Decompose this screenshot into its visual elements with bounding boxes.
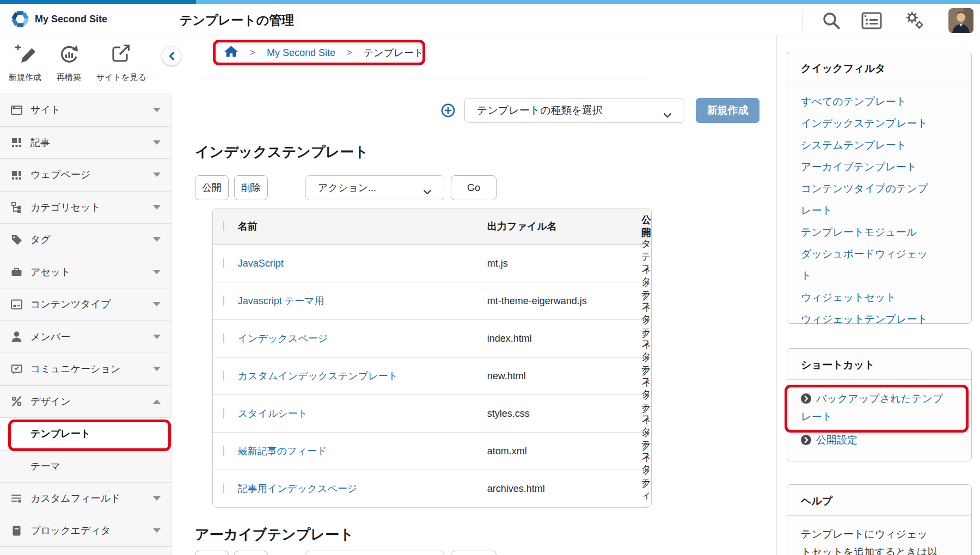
user-avatar[interactable] xyxy=(948,8,973,33)
publish-button[interactable]: 公開 xyxy=(195,175,229,200)
create-new-template-button[interactable]: 新規作成 xyxy=(696,98,759,123)
backup-templates-label: バックアップされたテンプレート xyxy=(801,393,943,422)
sidebar-item-content-types[interactable]: コンテンツタイプ xyxy=(0,288,171,320)
breadcrumb-divider xyxy=(196,78,652,78)
row-checkbox[interactable] xyxy=(223,333,224,343)
sidebar-item-block-editor[interactable]: ブロックエディタ xyxy=(0,515,171,547)
action-select-value: アクション... xyxy=(318,181,376,194)
table-row: スタイルシート styles.css スタティック xyxy=(213,394,651,432)
publish-settings-label: 公開設定 xyxy=(816,434,857,446)
row-checkbox[interactable] xyxy=(223,483,224,494)
breadcrumb-site-link[interactable]: My Second Site xyxy=(267,47,335,59)
home-icon[interactable] xyxy=(224,45,238,60)
backup-templates-link[interactable]: バックアップされたテンプレート xyxy=(801,391,947,425)
main-content: > My Second Site > テンプレート テンプレートの種類を選択 新… xyxy=(171,35,777,555)
toolbar-item-label: 新規作成 xyxy=(9,72,41,83)
table-row: インデックスページ index.html スタティック xyxy=(213,319,651,357)
page-title: テンプレートの管理 xyxy=(180,12,294,29)
add-template-plus-icon[interactable] xyxy=(438,101,458,120)
column-header-name: 名前 xyxy=(238,220,487,233)
chevron-down-icon xyxy=(153,335,161,339)
template-link[interactable]: カスタムインデックステンプレート xyxy=(238,369,487,383)
action-select[interactable]: アクション... xyxy=(305,551,444,555)
sidebar-item-label: テンプレート xyxy=(30,427,90,440)
person-icon xyxy=(10,330,23,343)
rebuild-button[interactable]: 再構築 xyxy=(57,43,81,94)
select-all-checkbox[interactable] xyxy=(223,221,224,231)
output-file: styles.css xyxy=(487,408,641,420)
row-checkbox[interactable] xyxy=(223,446,224,456)
index-actions-row: 公開 削除 アクション... Go xyxy=(195,175,685,200)
top-strip-dark xyxy=(0,0,196,4)
sidebar-item-entries[interactable]: 記事 xyxy=(0,126,171,159)
delete-button[interactable]: 削除 xyxy=(234,175,268,200)
action-select[interactable]: アクション... xyxy=(305,175,444,200)
table-row: JavaScript mt.js スタティック xyxy=(213,244,651,282)
sidebar-item-themes[interactable]: テーマ xyxy=(0,450,171,483)
breadcrumb-separator: > xyxy=(347,47,352,58)
archive-actions-row: 公開 削除 アクション... Go xyxy=(195,551,685,555)
breadcrumb-separator: > xyxy=(250,47,255,58)
create-new-button[interactable]: 新規作成 xyxy=(9,43,41,94)
help-text: テンプレートにウィジェットセットを追加するときは以下 xyxy=(801,525,938,555)
template-link[interactable]: インデックスページ xyxy=(238,332,487,345)
template-link[interactable]: 記事用インデックスページ xyxy=(238,482,487,495)
sidebar-item-members[interactable]: メンバー xyxy=(0,320,171,353)
sidebar-item-label: コンテンツタイプ xyxy=(30,298,111,311)
sidebar-item-category-sets[interactable]: カテゴリセット xyxy=(0,191,171,224)
rebuild-refresh-icon xyxy=(57,43,81,68)
template-link[interactable]: 最新記事のフィード xyxy=(238,445,487,458)
help-panel: ヘルプ テンプレートにウィジェットセットを追加するときは以下 xyxy=(787,484,972,555)
filter-system-templates[interactable]: システムテンプレート xyxy=(801,134,938,156)
chevron-down-icon xyxy=(153,237,161,242)
filter-widget-templates[interactable]: ウィジェットテンプレート xyxy=(801,309,938,330)
row-checkbox[interactable] xyxy=(223,408,224,418)
view-site-button[interactable]: サイトを見る xyxy=(96,43,146,94)
sidebar-item-custom-fields[interactable]: カスタムフィールド xyxy=(0,482,171,515)
settings-gears-icon[interactable] xyxy=(904,10,926,32)
external-link-icon xyxy=(109,43,133,68)
archive-templates-heading: アーカイブテンプレート xyxy=(195,525,353,544)
sidebar-item-site[interactable]: サイト xyxy=(0,94,171,126)
sidebar-item-communication[interactable]: コミュニケーション xyxy=(0,353,171,385)
sidebar-toolbar: 新規作成 再構築 サイトを見る xyxy=(0,35,171,94)
template-type-select[interactable]: テンプレートの種類を選択 xyxy=(464,98,684,123)
table-header-row: 名前 出力ファイル名 公開 xyxy=(213,208,651,244)
chevron-down-icon xyxy=(153,302,161,306)
output-file: mt-theme-eigerwand.js xyxy=(487,295,641,307)
sidebar-item-webpages[interactable]: ウェブページ xyxy=(0,158,171,191)
filter-widget-sets[interactable]: ウィジェットセット xyxy=(801,287,938,309)
filter-archive-templates[interactable]: アーカイブテンプレート xyxy=(801,156,938,178)
publish-settings-link[interactable]: 公開設定 xyxy=(801,432,947,450)
publish-button[interactable]: 公開 xyxy=(195,551,229,555)
template-link[interactable]: JavaScript xyxy=(238,258,487,269)
column-header-file: 出力ファイル名 xyxy=(487,220,641,233)
sidebar-item-label: コミュニケーション xyxy=(30,362,120,375)
sidebar-item-label: 記事 xyxy=(30,136,50,149)
sidebar-item-templates[interactable]: テンプレート xyxy=(0,417,171,450)
go-button[interactable]: Go xyxy=(451,175,497,200)
filter-index-templates[interactable]: インデックステンプレート xyxy=(801,113,938,134)
template-link[interactable]: Javascript テーマ用 xyxy=(238,294,487,307)
delete-button[interactable]: 削除 xyxy=(234,551,268,555)
filter-content-type-templates[interactable]: コンテンツタイプのテンプレート xyxy=(801,178,938,221)
shortcuts-panel: ショートカット バックアップされたテンプレート 公開設定 xyxy=(787,348,972,461)
filter-dashboard-widgets[interactable]: ダッシュボードウィジェット xyxy=(801,243,938,287)
row-checkbox[interactable] xyxy=(223,371,224,381)
go-button[interactable]: Go xyxy=(451,551,497,555)
sidebar-item-design[interactable]: デザイン xyxy=(0,385,171,418)
sidebar-item-assets[interactable]: アセット xyxy=(0,256,171,288)
sidebar-collapse-button[interactable] xyxy=(162,47,181,65)
chevron-down-icon xyxy=(153,140,161,145)
row-checkbox[interactable] xyxy=(223,295,224,306)
quick-filter-panel: クイックフィルタ すべてのテンプレート インデックステンプレート システムテンプ… xyxy=(787,52,972,324)
list-window-icon[interactable] xyxy=(861,10,883,32)
filter-all-templates[interactable]: すべてのテンプレート xyxy=(801,91,938,113)
sidebar: 新規作成 再構築 サイトを見る サイト 記事 ウェブページ xyxy=(0,35,171,555)
sidebar-item-label: テーマ xyxy=(30,460,60,473)
row-checkbox[interactable] xyxy=(223,258,224,268)
filter-template-modules[interactable]: テンプレートモジュール xyxy=(801,221,938,243)
sidebar-item-tags[interactable]: タグ xyxy=(0,223,171,256)
template-link[interactable]: スタイルシート xyxy=(238,407,487,420)
search-icon[interactable] xyxy=(820,10,842,32)
